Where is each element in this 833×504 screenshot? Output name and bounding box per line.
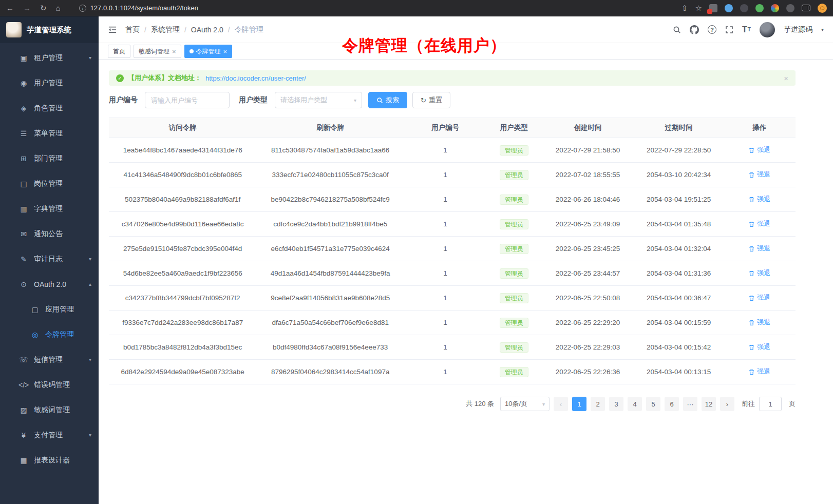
user-type-tag: 管理员 (500, 342, 528, 353)
sidebar-logo[interactable]: 芋道管理系统 (0, 16, 99, 43)
next-page-button[interactable]: › (720, 397, 734, 411)
goto-page-input[interactable] (759, 397, 782, 411)
extension-icon-1[interactable] (709, 4, 717, 12)
sidebar-item[interactable]: ◈ 角色管理 (0, 95, 99, 121)
user-type-tag: 管理员 (500, 318, 528, 328)
tab[interactable]: 首页 × (108, 45, 130, 58)
caret-down-icon[interactable]: ▾ (821, 27, 824, 32)
menu-item-label: 角色管理 (34, 104, 91, 113)
sidebar-item[interactable]: ▦ 报表设计器 (0, 448, 99, 473)
page-number-button[interactable]: ··· (683, 397, 697, 411)
breadcrumb-item[interactable]: 系统管理 (151, 25, 180, 34)
page-number-button[interactable]: 1 (572, 397, 586, 411)
sidebar-item[interactable]: ◉ 用户管理 (0, 70, 99, 95)
force-logout-button[interactable]: 强退 (748, 195, 770, 204)
sidebar-item[interactable]: ▣ 租户管理 ▾ (0, 45, 99, 70)
table-row: c342377bf8b344799dcbf7bf095287f2 9ce8ef2… (109, 286, 796, 311)
user-id-label: 用户编号 (109, 95, 138, 105)
github-icon[interactable] (690, 25, 699, 34)
menu-item-icon: ▢ (30, 305, 40, 314)
sidebar-item[interactable]: ▢ 应用管理 (0, 297, 99, 322)
bookmark-star-icon[interactable]: ☆ (695, 4, 702, 12)
user-id-input[interactable] (145, 92, 230, 108)
sidebar-item[interactable]: ✎ 审计日志 ▾ (0, 246, 99, 272)
profile-avatar-icon[interactable]: ☺ (818, 4, 827, 13)
page-number-button[interactable]: 2 (591, 397, 605, 411)
tab-close-icon[interactable]: × (223, 48, 228, 55)
tab[interactable]: 令牌管理 × (184, 45, 233, 58)
force-logout-button[interactable]: 强退 (748, 293, 770, 302)
sidebar-item[interactable]: ☏ 短信管理 ▾ (0, 347, 99, 372)
sidebar-toggle-icon[interactable] (802, 5, 810, 11)
force-logout-button[interactable]: 强退 (748, 244, 770, 253)
force-logout-button[interactable]: 强退 (748, 170, 770, 179)
extension-icon-3[interactable] (740, 4, 748, 12)
alert-close-icon[interactable]: × (784, 74, 788, 83)
menu-fold-icon[interactable] (108, 26, 117, 34)
actions-cell: 强退 (724, 138, 796, 163)
page-number-button[interactable]: 12 (702, 397, 716, 411)
sidebar-item[interactable]: ▥ 字典管理 (0, 196, 99, 221)
force-logout-button[interactable]: 强退 (748, 342, 770, 352)
address-bar[interactable]: 127.0.0.1:1024/system/oauth2/token (70, 4, 672, 12)
menu-item-icon: ✉ (18, 230, 29, 238)
search-icon[interactable] (673, 26, 681, 34)
fullscreen-icon[interactable] (725, 26, 733, 34)
browser-actions: ⇧ ☆ ☺ (681, 4, 827, 13)
prev-page-button[interactable]: ‹ (554, 397, 568, 411)
back-icon[interactable]: ← (6, 4, 14, 12)
force-logout-button[interactable]: 强退 (748, 219, 770, 228)
site-info-icon[interactable] (79, 5, 86, 12)
sidebar-item[interactable]: ✉ 通知公告 (0, 221, 99, 246)
extension-icon-2[interactable] (725, 4, 733, 12)
force-logout-button[interactable]: 强退 (748, 268, 770, 278)
reload-icon[interactable]: ↻ (40, 4, 47, 12)
user-type-cell: 管理员 (486, 138, 541, 163)
force-logout-button[interactable]: 强退 (748, 318, 770, 327)
extension-icon-5[interactable] (771, 4, 779, 12)
user-avatar[interactable] (760, 22, 775, 37)
force-logout-button[interactable]: 强退 (748, 145, 770, 154)
forward-icon[interactable]: → (23, 4, 31, 12)
extensions-puzzle-icon[interactable] (786, 4, 794, 12)
page-number-button[interactable]: 4 (628, 397, 642, 411)
sidebar-item[interactable]: ¥ 支付管理 ▾ (0, 422, 99, 448)
trash-icon (748, 344, 755, 351)
sidebar-item[interactable]: ▤ 岗位管理 (0, 171, 99, 196)
sidebar-item[interactable]: ⊞ 部门管理 (0, 146, 99, 171)
sidebar-item[interactable]: ☰ 菜单管理 (0, 121, 99, 146)
menu-item-icon: ◎ (30, 331, 40, 339)
reset-button[interactable]: ↻ 重置 (412, 92, 450, 108)
tab[interactable]: 敏感词管理 × (134, 45, 181, 58)
breadcrumb-item[interactable]: 首页 (125, 25, 140, 34)
page-number-button[interactable]: 6 (665, 397, 679, 411)
username[interactable]: 芋道源码 (784, 25, 812, 34)
filter-bar: 用户编号 用户类型 请选择用户类型 ▾ 搜索 ↻ 重置 (109, 92, 796, 108)
menu-item-label: 审计日志 (34, 255, 89, 264)
sidebar-item[interactable]: ⊙ OAuth 2.0 ▴ (0, 272, 99, 297)
force-logout-button[interactable]: 强退 (748, 367, 770, 376)
menu-item-icon: ☰ (18, 129, 29, 138)
share-icon[interactable]: ⇧ (681, 4, 688, 12)
font-size-icon[interactable] (742, 25, 751, 34)
sidebar-item[interactable]: </> 错误码管理 (0, 372, 99, 397)
user-id-cell: 1 (404, 138, 486, 163)
search-button[interactable]: 搜索 (368, 92, 407, 108)
page-number-button[interactable]: 3 (609, 397, 623, 411)
created-time-cell: 2022-07-02 18:55:55 (541, 163, 634, 187)
help-icon[interactable] (708, 25, 716, 34)
menu-item-label: 字典管理 (34, 204, 91, 214)
tab-close-icon[interactable]: × (172, 48, 176, 55)
page-number-button[interactable]: 5 (646, 397, 660, 411)
extension-icon-4[interactable] (755, 4, 764, 12)
sidebar-item[interactable]: ▨ 敏感词管理 (0, 397, 99, 422)
sidebar-item[interactable]: ◎ 令牌管理 (0, 322, 99, 347)
home-icon[interactable]: ⌂ (56, 4, 61, 12)
chevron-down-icon: ▾ (542, 401, 545, 407)
alert-doc-link[interactable]: https://doc.iocoder.cn/user-center/ (205, 74, 306, 82)
chevron-icon: ▾ (89, 357, 91, 362)
breadcrumb-item[interactable]: OAuth 2.0 (191, 26, 223, 34)
page-size-select[interactable]: 10条/页 ▾ (500, 397, 550, 411)
breadcrumb-item[interactable]: 令牌管理 (235, 25, 263, 34)
user-type-select[interactable]: 请选择用户类型 ▾ (275, 92, 362, 108)
